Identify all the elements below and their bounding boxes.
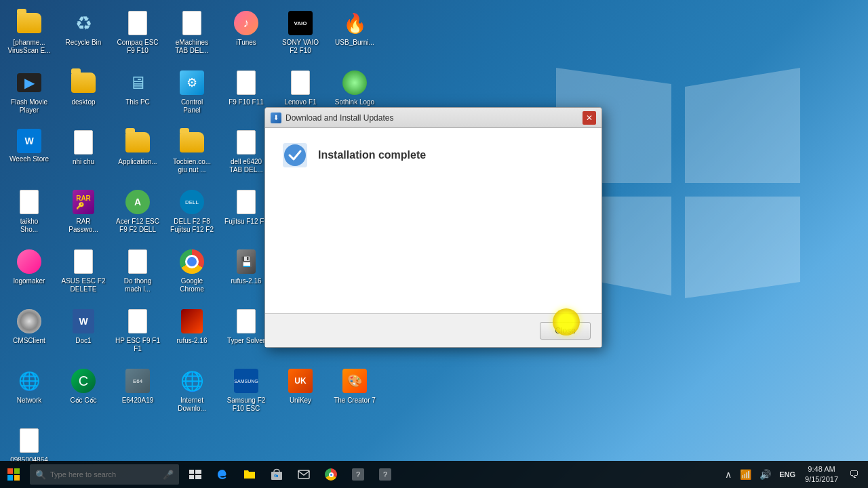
desktop: [phanme... VirusScan E... ♻ Recycle Bin … [0, 0, 868, 488]
icon-do-thong-mach[interactable]: Do thongmach l... [111, 244, 164, 304]
search-input[interactable] [50, 470, 159, 479]
icon-weeeh-store[interactable]: W Weeeh Store [3, 125, 56, 184]
mail-button[interactable] [290, 461, 317, 488]
taskbar-search-bar[interactable]: 🔍 🎤 [30, 464, 179, 485]
taskbar-time-value: 9:48 AM [805, 464, 838, 474]
microphone-icon: 🎤 [163, 470, 174, 480]
dialog-close-x-button[interactable]: ✕ [583, 111, 596, 125]
dialog-icon: ⬇ [271, 113, 281, 123]
update-dialog[interactable]: ⬇ Download and Install Updates ✕ Install… [264, 107, 602, 348]
icon-the-creator7[interactable]: 🎨 The Creator 7 [328, 363, 381, 423]
dialog-footer: Close [265, 313, 601, 347]
icon-jpanme-virusscan[interactable]: [phanme... VirusScan E... [3, 5, 56, 65]
taskbar-clock[interactable]: 9:48 AM 9/15/2017 [801, 463, 842, 487]
icon-compaq-esc[interactable]: Compaq ESCF9 F10 [111, 5, 164, 65]
volume-icon[interactable]: 🔊 [757, 468, 774, 481]
language-indicator[interactable]: ENG [776, 469, 798, 480]
icon-rar-password[interactable]: RAR🔑 RARPasswo... [57, 184, 110, 244]
dialog-status-row: Installation complete [281, 142, 585, 169]
dialog-status-icon [281, 142, 309, 169]
dialog-titlebar: ⬇ Download and Install Updates ✕ [265, 108, 601, 128]
icon-tocbien[interactable]: Tocbien.co...giu nut ... [165, 125, 218, 184]
store-button[interactable]: 🛍 [263, 461, 290, 488]
icon-taikh[interactable]: taikhoSho... [3, 184, 56, 244]
icon-recycle-bin[interactable]: ♻ Recycle Bin [57, 5, 110, 65]
icon-hp-esc[interactable]: HP ESC F9 F1F1 [111, 304, 164, 363]
start-button[interactable] [0, 461, 27, 488]
dialog-title: Download and Install Updates [285, 113, 583, 123]
icon-sony-vaio[interactable]: VAIO SONY VAIOF2 F10 [274, 5, 327, 65]
icon-cmsclient[interactable]: CMSClient [3, 304, 56, 363]
icon-e6420a19[interactable]: E64 E6420A19 [111, 363, 164, 423]
dialog-body: Installation complete [265, 128, 601, 313]
task-view-button[interactable] [182, 461, 209, 488]
icon-acer-f12[interactable]: A Acer F12 ESCF9 F2 DELL [111, 184, 164, 244]
icon-samsung[interactable]: SAMSUNG Samsung F2F10 ESC [220, 363, 273, 423]
svg-rect-2 [7, 468, 13, 474]
icon-dell-f2[interactable]: DELL DELL F2 F8Fujitsu F12 F2 [165, 184, 218, 244]
taskbar-date-value: 9/15/2017 [805, 474, 838, 485]
svg-text:🛍: 🛍 [274, 474, 278, 478]
icon-this-pc[interactable]: 🖥 This PC [111, 65, 164, 125]
network-icon[interactable]: 📶 [737, 468, 754, 481]
svg-rect-8 [189, 475, 194, 479]
unknown-taskbar-btn2[interactable]: ? [372, 461, 399, 488]
icon-coc-coc[interactable]: C Cốc Cốc [57, 363, 110, 423]
chrome-taskbar-button[interactable] [317, 461, 344, 488]
svg-rect-6 [189, 470, 194, 474]
svg-rect-9 [195, 475, 201, 479]
icon-flash-movie[interactable]: ▶ Flash MoviePlayer [3, 65, 56, 125]
system-tray-expand[interactable]: ∧ [722, 468, 734, 481]
svg-rect-4 [7, 475, 13, 481]
svg-rect-5 [14, 475, 20, 481]
taskbar-apps: 🛍 ? ? [182, 461, 717, 488]
icon-logomaker[interactable]: logomaker [3, 244, 56, 304]
icon-network[interactable]: 🌐 Network [3, 363, 56, 423]
icon-asus-esc[interactable]: ASUS ESC F2DELETE [57, 244, 110, 304]
svg-rect-7 [195, 470, 201, 474]
icon-internet-downlo[interactable]: 🌐 InternetDownlo... [165, 363, 218, 423]
icon-control-panel[interactable]: ⚙ ControlPanel [165, 65, 218, 125]
search-icon: 🔍 [35, 470, 46, 480]
notification-button[interactable]: 🗨 [845, 468, 863, 481]
icon-rufus-216b[interactable]: rufus-2.16 [165, 304, 218, 363]
edge-button[interactable] [209, 461, 236, 488]
icon-desktop[interactable]: desktop [57, 65, 110, 125]
svg-rect-12 [298, 470, 309, 479]
icon-nhi-chu[interactable]: nhi chu [57, 125, 110, 184]
cursor-indicator [553, 308, 580, 336]
icon-emachines[interactable]: eMachinesTAB DEL... [165, 5, 218, 65]
dialog-status-title: Installation complete [318, 149, 426, 161]
taskbar-system-tray: ∧ 📶 🔊 ENG 9:48 AM 9/15/2017 🗨 [717, 461, 868, 488]
icon-usb-burning[interactable]: 🔥 USB_Burni... [328, 5, 381, 65]
icon-doc1[interactable]: W Doc1 [57, 304, 110, 363]
icon-itunes[interactable]: ♪ iTunes [220, 5, 273, 65]
icon-google-chrome[interactable]: GoogleChrome [165, 244, 218, 304]
svg-rect-3 [14, 468, 20, 474]
icon-unikey[interactable]: UK UniKey [274, 363, 327, 423]
taskbar: 🔍 🎤 [0, 461, 868, 488]
file-explorer-button[interactable] [236, 461, 263, 488]
icon-applications[interactable]: Application... [111, 125, 164, 184]
unknown-taskbar-btn1[interactable]: ? [344, 461, 372, 488]
